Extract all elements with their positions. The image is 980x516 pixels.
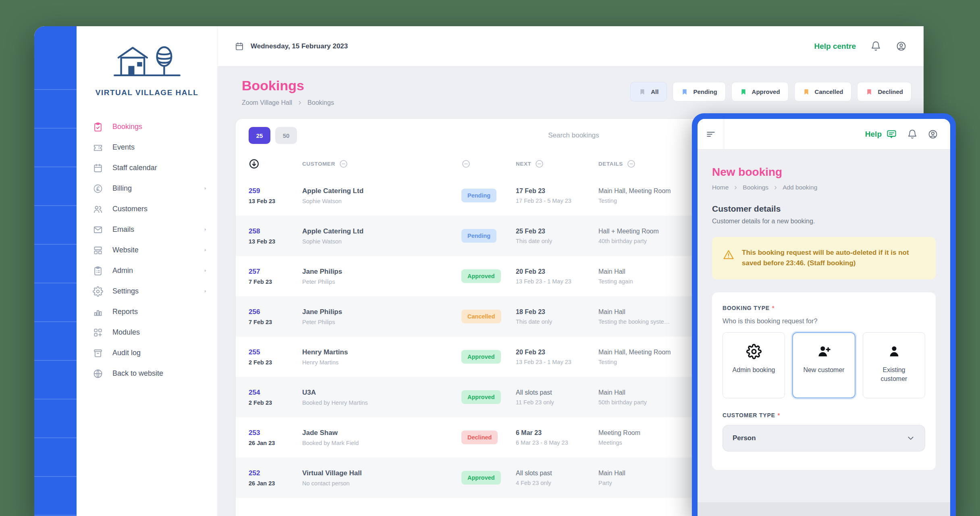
breadcrumb-add-booking: Add booking xyxy=(783,184,817,191)
person-icon xyxy=(887,344,902,359)
panel-inner: Help New booking Home Bookings Add booki… xyxy=(698,119,950,516)
booking-id: 256 xyxy=(249,308,302,316)
sidebar-item-settings[interactable]: Settings xyxy=(93,281,208,302)
panel-help-link[interactable]: Help xyxy=(865,129,897,139)
filter-chip-declined[interactable]: Declined xyxy=(857,82,911,102)
sidebar: VIRTUAL VILLAGE HALL Bookings Events Sta… xyxy=(77,26,218,516)
customer-contact: Booked by Henry Martins xyxy=(302,399,461,406)
next-date: All slots past xyxy=(516,470,598,477)
sidebar-item-audit-log[interactable]: Audit log xyxy=(93,343,208,363)
minus-circle-icon[interactable] xyxy=(627,159,636,169)
sidebar-item-label: Events xyxy=(112,143,135,152)
customer-name: Apple Catering Ltd xyxy=(302,187,461,195)
bell-icon[interactable] xyxy=(870,41,881,52)
minus-circle-icon[interactable] xyxy=(339,159,348,169)
minus-circle-icon[interactable] xyxy=(535,159,544,169)
sidebar-item-label: Audit log xyxy=(112,349,141,357)
user-avatar-icon[interactable] xyxy=(896,41,907,52)
booking-type-option-existing-customer[interactable]: Existing customer xyxy=(863,332,925,398)
filter-chip-cancelled[interactable]: Cancelled xyxy=(794,82,852,102)
filter-chip-approved[interactable]: Approved xyxy=(731,82,789,102)
auto-delete-warning: This booking request will be auto-delete… xyxy=(712,237,936,279)
page-size-buttons: 25 50 xyxy=(249,127,297,144)
sidebar-item-customers[interactable]: Customers xyxy=(93,199,208,219)
minus-circle-icon[interactable] xyxy=(461,159,471,169)
sidebar-item-admin[interactable]: Admin xyxy=(93,260,208,281)
help-centre-link[interactable]: Help centre xyxy=(814,42,856,51)
customer-name: Virtual Village Hall xyxy=(302,469,461,477)
page-size-25-button[interactable]: 25 xyxy=(249,127,270,144)
next-date: 17 Feb 23 xyxy=(516,187,598,195)
search-input[interactable] xyxy=(481,131,666,139)
status-badge: Pending xyxy=(461,189,496,202)
customer-contact: Henry Martins xyxy=(302,359,461,366)
user-avatar-icon[interactable] xyxy=(928,129,938,139)
filter-chip-all[interactable]: All xyxy=(630,82,667,102)
envelope-icon xyxy=(93,225,103,235)
logo-text: VIRTUAL VILLAGE HALL xyxy=(77,88,217,97)
warning-triangle-icon xyxy=(723,249,735,261)
booking-id: 259 xyxy=(249,187,302,195)
sidebar-item-label: Reports xyxy=(112,308,138,316)
booking-form-card: BOOKING TYPE* Who is this booking reques… xyxy=(712,292,936,470)
booking-id: 253 xyxy=(249,429,302,437)
warning-time: 23:46. xyxy=(786,259,806,267)
status-badge: Approved xyxy=(461,350,501,364)
next-date-range: 6 Mar 23 - 8 May 23 xyxy=(516,439,598,446)
sidebar-item-billing[interactable]: Billing xyxy=(93,178,208,199)
sidebar-item-website[interactable]: Website xyxy=(93,240,208,260)
sidebar-item-label: Customers xyxy=(112,205,147,213)
sidebar-item-bookings[interactable]: Bookings xyxy=(93,117,208,137)
customer-name: Henry Martins xyxy=(302,348,461,356)
calendar-icon xyxy=(235,42,244,51)
customer-type-select[interactable]: Person xyxy=(723,425,925,452)
bookmark-icon xyxy=(803,88,810,96)
bell-icon[interactable] xyxy=(907,129,918,139)
sidebar-item-reports[interactable]: Reports xyxy=(93,302,208,322)
page-size-50-button[interactable]: 50 xyxy=(275,127,297,144)
panel-body: New booking Home Bookings Add booking Cu… xyxy=(698,166,950,470)
customer-contact: Sophie Watson xyxy=(302,198,461,204)
sidebar-item-label: Back to website xyxy=(112,369,163,378)
sidebar-item-staff-calendar[interactable]: Staff calendar xyxy=(93,158,208,178)
clipboard-list-icon xyxy=(93,266,103,276)
ticket-icon xyxy=(93,142,103,153)
panel-topbar: Help xyxy=(698,119,950,150)
sort-icon[interactable] xyxy=(249,158,260,169)
next-date: 25 Feb 23 xyxy=(516,228,598,235)
sidebar-item-label: Billing xyxy=(112,184,132,193)
status-badge: Approved xyxy=(461,390,501,404)
sidebar-item-label: Admin xyxy=(112,266,133,275)
people-icon xyxy=(93,204,103,214)
submenu-arrow-icon xyxy=(202,288,208,294)
next-date: All slots past xyxy=(516,389,598,396)
bookmark-icon xyxy=(740,88,747,96)
sidebar-item-label: Staff calendar xyxy=(112,164,157,172)
booking-type-option-label: Existing customer xyxy=(872,366,916,384)
next-date: 20 Feb 23 xyxy=(516,349,598,356)
breadcrumb-zoom-village-hall[interactable]: Zoom Village Hall xyxy=(242,99,292,106)
submenu-arrow-icon xyxy=(202,185,208,191)
modules-icon xyxy=(93,327,103,338)
breadcrumb-bookings[interactable]: Bookings xyxy=(743,184,768,191)
breadcrumb-home[interactable]: Home xyxy=(712,184,729,191)
filter-chip-pending[interactable]: Pending xyxy=(673,82,725,102)
booking-type-question: Who is this booking request for? xyxy=(723,317,925,325)
sidebar-menu: Bookings Events Staff calendar Billing C… xyxy=(93,117,208,384)
chart-icon xyxy=(93,307,103,317)
warning-text: This booking request will be auto-delete… xyxy=(742,248,925,269)
booking-type-option-new-customer[interactable]: New customer xyxy=(792,332,855,398)
menu-toggle-button[interactable] xyxy=(698,119,724,149)
sidebar-item-emails[interactable]: Emails xyxy=(93,219,208,240)
booking-type-option-admin-booking[interactable]: Admin booking xyxy=(723,332,785,398)
booking-created-date: 26 Jan 23 xyxy=(249,440,302,446)
filter-chip-label: Approved xyxy=(752,88,780,95)
sidebar-item-modules[interactable]: Modules xyxy=(93,322,208,343)
customer-name: U3A xyxy=(302,389,461,397)
clipboard-check-icon xyxy=(93,122,103,132)
status-badge: Approved xyxy=(461,269,501,283)
browser-icon xyxy=(93,245,103,256)
sidebar-item-back-to-website[interactable]: Back to website xyxy=(93,363,208,384)
sidebar-item-events[interactable]: Events xyxy=(93,137,208,158)
next-date: 18 Feb 23 xyxy=(516,308,598,316)
